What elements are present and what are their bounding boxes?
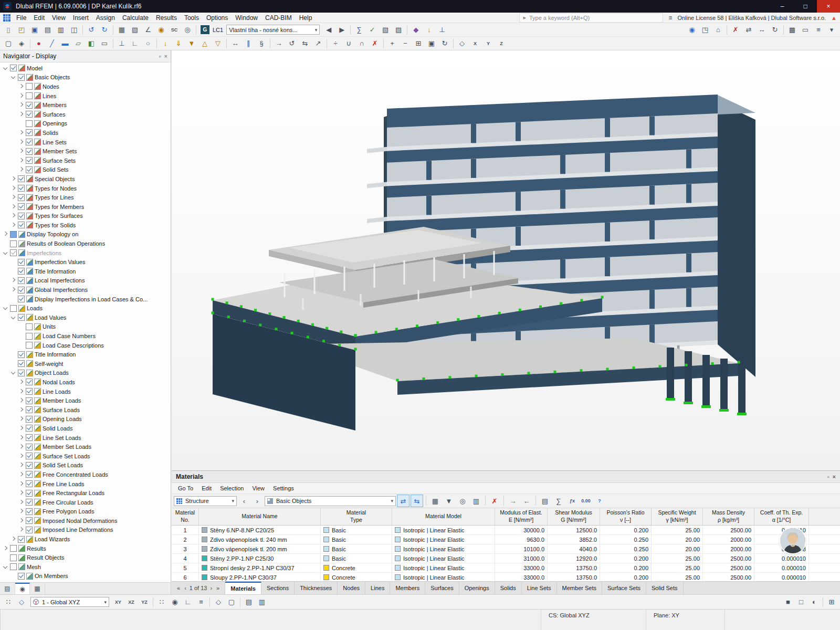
materials-menu-go-to[interactable]: Go To <box>174 484 197 492</box>
tree-checkbox[interactable] <box>18 203 25 210</box>
insert-line-icon[interactable]: ╱ <box>46 37 58 50</box>
tree-item-display-topology-on[interactable]: Display Topology on <box>0 230 171 239</box>
menu-calculate[interactable]: Calculate <box>119 13 152 23</box>
tree-item-line-sets[interactable]: Line Sets <box>0 138 171 147</box>
shadow-icon[interactable]: ◐ <box>808 596 821 608</box>
tree-item-nodes[interactable]: Nodes <box>0 82 171 91</box>
expand-arrow-icon[interactable] <box>19 435 23 439</box>
tree-checkbox[interactable] <box>18 259 25 266</box>
nodal-support-icon[interactable]: ⊥ <box>116 37 128 50</box>
menu-insert[interactable]: Insert <box>69 13 92 23</box>
expand-arrow-icon[interactable] <box>19 130 23 134</box>
menu-window[interactable]: Window <box>232 13 261 23</box>
tree-checkbox[interactable] <box>26 379 33 385</box>
tree-checkbox[interactable] <box>18 185 25 192</box>
materials-menu-settings[interactable]: Settings <box>269 484 298 492</box>
tree-checkbox[interactable] <box>18 268 25 275</box>
tree-item-member-loads[interactable]: Member Loads <box>0 396 171 405</box>
snap-grid-icon[interactable]: ∷ <box>2 596 15 608</box>
move-icon[interactable]: ↔ <box>755 24 768 36</box>
tree-checkbox[interactable] <box>10 545 17 552</box>
dxf-layer-icon[interactable]: ▤ <box>243 596 255 608</box>
table-tab-solids[interactable]: Solids <box>495 582 522 594</box>
expand-arrow-icon[interactable] <box>19 93 23 97</box>
wire-render-icon[interactable]: □ <box>795 596 807 608</box>
expand-arrow-icon[interactable] <box>19 149 23 153</box>
collapse-arrow-icon[interactable] <box>11 75 15 79</box>
tree-checkbox[interactable] <box>26 148 33 155</box>
tree-checkbox[interactable] <box>26 157 33 164</box>
tree-checkbox[interactable] <box>26 416 33 423</box>
recenter-icon[interactable]: ◎ <box>181 24 194 36</box>
tree-item-types-for-lines[interactable]: Types for Lines <box>0 193 171 202</box>
expand-arrow-icon[interactable] <box>19 472 23 476</box>
expand-arrow-icon[interactable] <box>19 463 23 467</box>
tree-checkbox[interactable] <box>26 490 33 497</box>
display-settings-icon[interactable]: ≡ <box>812 24 825 36</box>
sync-selection-icon[interactable]: ⇄ <box>397 495 410 507</box>
snap-settings-icon[interactable]: ◉ <box>155 24 167 36</box>
union-icon[interactable]: ∪ <box>342 37 355 50</box>
tree-checkbox[interactable] <box>10 563 17 570</box>
tree-checkbox[interactable] <box>18 213 25 219</box>
tree-item-special-objects[interactable]: Special Objects <box>0 174 171 184</box>
table-row[interactable]: 3Zdivo vápenopísek tl. 200 mmBasicIsotro… <box>172 544 840 554</box>
expand-arrow-icon[interactable] <box>11 176 15 181</box>
expand-arrow-icon[interactable] <box>19 509 23 513</box>
undo-icon[interactable]: ↺ <box>85 24 98 36</box>
units-icon[interactable]: 0.00 <box>580 495 592 507</box>
objects-combo[interactable]: Basic Objects ▾ <box>265 496 396 506</box>
collapse-arrow-icon[interactable] <box>3 306 7 310</box>
tree-checkbox[interactable] <box>26 480 33 487</box>
tree-item-solid-loads[interactable]: Solid Loads <box>0 424 171 433</box>
mirror-copy-icon[interactable]: ⇆ <box>299 37 311 50</box>
tree-item-free-line-loads[interactable]: Free Line Loads <box>0 479 171 489</box>
search-box[interactable]: ▸ Type a keyword (Alt+Q) <box>519 13 663 23</box>
imposed-deformation-icon[interactable]: ▽ <box>212 37 224 50</box>
tree-item-opening-loads[interactable]: Opening Loads <box>0 415 171 424</box>
close-button[interactable]: × <box>817 0 840 13</box>
tree-item-load-wizards[interactable]: Load Wizards <box>0 534 171 544</box>
tree-checkbox[interactable] <box>26 388 33 395</box>
tree-checkbox[interactable] <box>18 314 25 321</box>
menu-cadbim[interactable]: CAD-BIM <box>261 13 296 23</box>
coordinate-system-combo[interactable]: 1 - Global XYZ ▾ <box>30 597 109 607</box>
tree-item-free-concentrated-loads[interactable]: Free Concentrated Loads <box>0 470 171 479</box>
table-tab-openings[interactable]: Openings <box>459 582 495 594</box>
tree-checkbox[interactable] <box>26 425 33 432</box>
tree-item-units[interactable]: Units <box>0 322 171 332</box>
tree-item-imperfection-values[interactable]: Imperfection Values <box>0 257 171 267</box>
expand-arrow-icon[interactable] <box>19 407 23 412</box>
more-tools-icon[interactable]: ▾ <box>825 24 838 36</box>
tree-checkbox[interactable] <box>18 360 25 367</box>
table-tab-members[interactable]: Members <box>390 582 425 594</box>
tree-item-member-sets[interactable]: Member Sets <box>0 146 171 156</box>
expand-arrow-icon[interactable] <box>11 204 15 208</box>
expand-arrow-icon[interactable] <box>19 453 23 457</box>
tree-checkbox[interactable] <box>26 333 33 340</box>
sections-icon[interactable]: ∥ <box>242 37 255 50</box>
viewport-3d[interactable]: Materials ▫× Go ToEditSelectionViewSetti… <box>172 50 840 594</box>
sum-icon[interactable]: ∑ <box>552 495 565 507</box>
printout-report-icon[interactable]: ▥ <box>55 24 67 36</box>
filter-icon[interactable]: ▼ <box>443 495 455 507</box>
clipping-box-icon[interactable]: ◳ <box>699 24 711 36</box>
expand-arrow-icon[interactable] <box>19 380 23 384</box>
print-table-icon[interactable]: ▤ <box>539 495 551 507</box>
notes-icon[interactable]: ▭ <box>799 24 812 36</box>
menu-view[interactable]: View <box>48 13 69 23</box>
expand-arrow-icon[interactable] <box>11 185 15 190</box>
tree-checkbox[interactable] <box>26 453 33 459</box>
table-row[interactable]: 4Stěny 2.PP-1.NP C25/30BasicIsotropic | … <box>172 554 840 563</box>
expand-arrow-icon[interactable] <box>19 139 23 143</box>
tree-item-free-rectangular-loads[interactable]: Free Rectangular Loads <box>0 488 171 498</box>
materials-close-icon[interactable]: × <box>833 474 836 480</box>
tree-checkbox[interactable] <box>26 444 33 450</box>
expand-arrow-icon[interactable] <box>19 388 23 393</box>
tree-item-line-loads[interactable]: Line Loads <box>0 387 171 396</box>
expand-arrow-icon[interactable] <box>11 195 15 199</box>
table-row[interactable]: 5Stropní desky 2.PP-1.NP C30/37ConcreteI… <box>172 563 840 573</box>
expand-arrow-icon[interactable] <box>19 499 23 503</box>
tree-item-lines[interactable]: Lines <box>0 91 171 101</box>
expand-arrow-icon[interactable] <box>19 167 23 171</box>
